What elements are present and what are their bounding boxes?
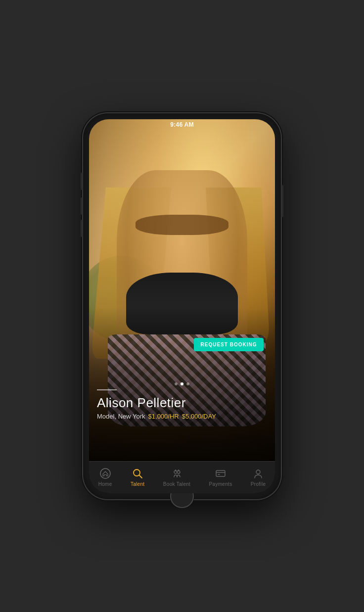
nav-label-payments: Payments [209,481,232,487]
phone-screen: 9:46 AM REQUEST BOOKING [89,119,275,493]
profile-info: Alison Pelletier Model, New York $1,000/… [89,389,275,420]
book-talent-icon [171,468,183,479]
nav-item-profile[interactable]: Profile [245,464,272,491]
profile-rate-day: $5,000/DAY [182,413,216,420]
status-bar: 9:46 AM [89,119,275,130]
profile-icon [252,468,264,479]
pagination-dot-1 [175,382,178,385]
nav-item-home[interactable]: Home [92,464,118,491]
profile-location: Model, New York [97,413,145,420]
sunglasses [136,215,228,235]
profile-name: Alison Pelletier [97,395,267,411]
profile-rate-hr: $1,000/HR [148,413,179,420]
bottom-navigation: Home Talent [89,461,275,493]
nav-item-talent[interactable]: Talent [125,464,151,491]
svg-rect-7 [216,471,225,476]
nav-item-book-talent[interactable]: Book Talent [157,464,196,491]
nav-item-payments[interactable]: Payments [203,464,238,491]
home-icon [99,468,111,479]
nav-label-home: Home [98,481,112,487]
svg-point-10 [256,470,260,474]
pagination-dot-2 [181,382,183,385]
pagination-dots [89,382,275,385]
request-booking-button[interactable]: REQUEST BOOKING [194,338,264,351]
svg-point-0 [100,469,110,478]
nav-label-book-talent: Book Talent [163,481,190,487]
pagination-dot-3 [186,382,189,385]
payments-icon [215,468,227,479]
nav-label-profile: Profile [251,481,266,487]
divider-line [97,389,117,390]
phone-device: 9:46 AM REQUEST BOOKING [83,113,281,499]
talent-search-icon [132,468,143,479]
status-time: 9:46 AM [170,121,194,128]
svg-line-2 [139,475,142,478]
profile-meta: Model, New York $1,000/HR $5,000/DAY [97,413,267,420]
hero-area: REQUEST BOOKING Alison Pelletier Model, … [89,119,275,461]
nav-label-talent: Talent [131,481,145,487]
